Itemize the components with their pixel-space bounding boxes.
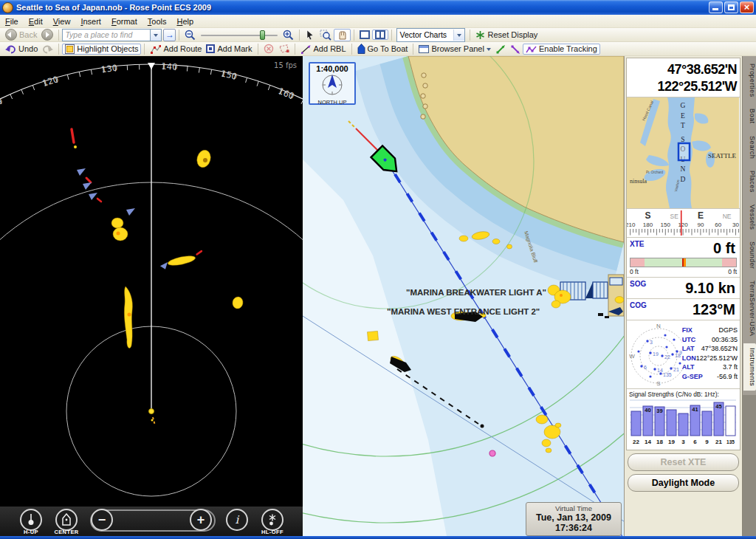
search-input[interactable] xyxy=(62,29,151,41)
tab-instruments[interactable]: Instruments xyxy=(743,343,756,391)
daylight-mode-button[interactable]: Daylight Mode xyxy=(628,474,739,492)
gps-row-label: FIX xyxy=(682,326,693,335)
add-route-button[interactable]: Add Route xyxy=(148,44,204,55)
heading-line-off-button[interactable] xyxy=(261,509,284,531)
menu-tools[interactable]: Tools xyxy=(142,16,172,27)
gps-row: LON122°25.512'W xyxy=(682,354,738,363)
tab-sounder[interactable]: Sounder xyxy=(743,237,756,273)
tab-boat[interactable]: Boat xyxy=(743,104,756,128)
delete-object-button[interactable] xyxy=(261,43,276,55)
zoom-slider[interactable] xyxy=(201,30,278,41)
tab-search[interactable]: Search xyxy=(743,131,756,163)
single-pane-button[interactable] xyxy=(357,30,372,40)
select-tool-button[interactable] xyxy=(303,29,317,41)
chart-panel[interactable]: Magnolia Bluff xyxy=(303,56,624,536)
menu-help[interactable]: Help xyxy=(171,16,199,27)
center-button[interactable] xyxy=(55,509,78,531)
cog-label: COG xyxy=(630,301,647,309)
menu-bar: FileEditViewInsertFormatToolsHelp xyxy=(0,15,756,28)
instruments-sidebar: 47°38.652'N 122°25.512'W GETSOUND SEATTL… xyxy=(624,56,742,536)
signal-bar-sat-id: 21 xyxy=(715,439,722,445)
minimap-orchard-label: Pt. Orchard xyxy=(646,171,664,174)
gps-row-label: G-SEP xyxy=(682,372,703,382)
chart-type-dropdown-button[interactable] xyxy=(453,30,464,41)
place-search: → xyxy=(62,29,176,41)
minimize-button[interactable] xyxy=(709,1,723,13)
range-decrease-button[interactable]: − xyxy=(91,509,113,531)
add-rbl-button[interactable]: Add RBL xyxy=(298,44,348,55)
cursor-icon xyxy=(305,30,315,41)
tab-properties[interactable]: Properties xyxy=(743,59,756,101)
pan-tool-button[interactable] xyxy=(334,29,351,41)
minimap-viewport-rect[interactable] xyxy=(678,143,690,160)
tracking-icon xyxy=(526,44,537,54)
browser-panel-button[interactable]: Browser Panel xyxy=(416,44,493,54)
overview-minimap[interactable]: GETSOUND SEATTLE Hood Canal ninsula Pt. … xyxy=(627,97,740,208)
gps-row-value: 3.7 ft xyxy=(723,363,738,372)
tab-places[interactable]: Places xyxy=(743,166,756,197)
heading-up-button[interactable] xyxy=(20,509,42,531)
minimap-city-label: SEATTLE xyxy=(708,152,736,159)
maximize-button[interactable] xyxy=(724,1,738,13)
chart-type-select[interactable]: Vector Charts xyxy=(396,28,465,42)
zoom-select-tool-button[interactable] xyxy=(317,29,334,41)
menu-format[interactable]: Format xyxy=(106,16,142,27)
gps-row: ALT3.7 ft xyxy=(682,363,738,372)
tab-vessels[interactable]: Vessels xyxy=(743,200,756,234)
xte-panel: XTE 0 ft 0 ft 0 ft xyxy=(627,237,740,277)
search-dropdown-button[interactable] xyxy=(151,29,162,41)
go-to-boat-button[interactable]: Go To Boat xyxy=(355,43,410,55)
xte-label: XTE xyxy=(630,240,644,248)
gps-row-label: UTC xyxy=(682,335,696,345)
menu-view[interactable]: View xyxy=(48,16,76,27)
sog-panel: SOG 9.10 kn xyxy=(627,277,740,298)
enable-tracking-button[interactable]: Enable Tracking xyxy=(523,44,600,55)
gps-row: UTC00:36:35 xyxy=(682,335,738,345)
back-button[interactable]: Back xyxy=(3,28,39,41)
forward-button[interactable] xyxy=(39,28,55,41)
close-button[interactable] xyxy=(740,1,754,13)
minimap-sound-letter: G xyxy=(681,102,686,109)
lasso-select-button[interactable] xyxy=(276,43,292,55)
radar-display: 110120130140150160 15 fps xyxy=(0,56,303,507)
satellite-dot xyxy=(670,367,672,369)
split-pane-button[interactable] xyxy=(372,30,388,40)
tab-terraserver-usa[interactable]: TerraServer-USA xyxy=(743,276,756,340)
add-rbl-icon xyxy=(300,44,312,54)
menu-edit[interactable]: Edit xyxy=(24,16,48,27)
chart-scale-box[interactable]: 1:40,000 NORTH UP xyxy=(309,62,356,105)
search-go-button[interactable]: → xyxy=(163,29,176,41)
redo-button[interactable] xyxy=(40,43,55,55)
xte-bar xyxy=(630,258,737,267)
gps-row-value: 122°25.512'W xyxy=(696,354,738,363)
gps-row: LAT47°38.652'N xyxy=(682,344,738,354)
highlight-objects-button[interactable]: Highlight Objects xyxy=(62,44,141,55)
reset-display-icon xyxy=(475,30,485,40)
reset-xte-button[interactable]: Reset XTE xyxy=(628,453,739,471)
zoom-out-button[interactable] xyxy=(182,29,198,41)
radar-fps: 15 fps xyxy=(274,61,297,69)
satellite-dot xyxy=(676,350,678,352)
menu-insert[interactable]: Insert xyxy=(75,16,106,27)
menu-file[interactable]: File xyxy=(0,16,24,27)
split-pane-icon xyxy=(375,30,385,39)
range-increase-button[interactable]: + xyxy=(190,509,212,531)
chart-mark-pink[interactable] xyxy=(489,450,495,456)
zoom-select-icon xyxy=(320,30,331,41)
gps-row-label: LON xyxy=(682,354,696,363)
zoom-in-button[interactable] xyxy=(281,29,296,41)
center-label: CENTER xyxy=(44,529,89,535)
bearing-tool-button[interactable] xyxy=(493,44,508,55)
undo-button[interactable]: Undo xyxy=(3,43,40,55)
radar-compass-label: 130 xyxy=(100,63,117,75)
hand-icon xyxy=(337,30,348,41)
reset-display-button[interactable]: Reset Display xyxy=(473,30,540,41)
side-tab-strip: PropertiesBoatSearchPlacesVesselsSounder… xyxy=(742,56,756,536)
range-tool-button[interactable] xyxy=(508,44,523,55)
add-mark-button[interactable]: Add Mark xyxy=(204,44,254,54)
tape-number: 210 xyxy=(627,222,636,228)
radar-info-button[interactable]: i xyxy=(226,509,248,531)
zoom-slider-thumb[interactable] xyxy=(260,30,265,40)
window-title: Seattle to Sea of Japan.nob - Rose Point… xyxy=(16,3,709,12)
virtual-time-clock: 17:36:24 xyxy=(526,523,621,533)
